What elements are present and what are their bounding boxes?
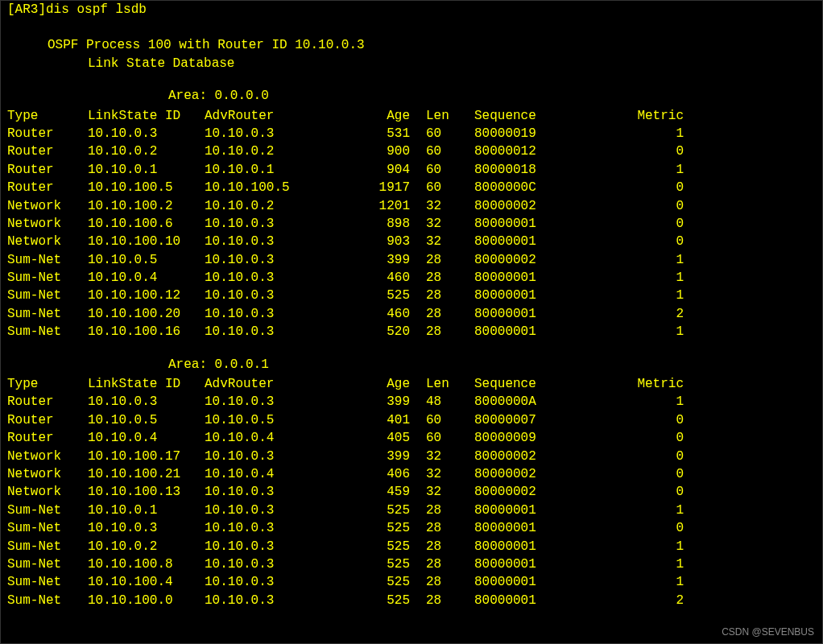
- table-header-row: TypeLinkState IDAdvRouterAgeLenSequenceM…: [7, 107, 816, 125]
- cell-lsid: 10.10.0.5: [88, 411, 205, 429]
- table-row: Sum-Net10.10.100.2010.10.0.3460288000000…: [7, 305, 816, 323]
- cell-metric: 1: [611, 555, 684, 573]
- table-row: Router10.10.0.510.10.0.540160800000070: [7, 411, 816, 429]
- table-row: Sum-Net10.10.0.310.10.0.352528800000010: [7, 519, 816, 537]
- table-header-row: TypeLinkState IDAdvRouterAgeLenSequenceM…: [7, 375, 816, 393]
- column-header-advr: AdvRouter: [205, 375, 337, 393]
- cell-type: Sum-Net: [7, 573, 88, 591]
- table-row: Network10.10.100.610.10.0.38983280000001…: [7, 215, 816, 233]
- cell-metric: 1: [611, 573, 684, 591]
- cell-type: Router: [7, 142, 88, 160]
- cell-metric: 0: [611, 411, 684, 429]
- cell-metric: 1: [611, 251, 684, 269]
- cell-seq: 80000002: [474, 197, 611, 215]
- cell-type: Router: [7, 125, 88, 142]
- column-header-type: Type: [7, 107, 88, 125]
- table-row: Network10.10.100.1310.10.0.3459328000000…: [7, 483, 816, 501]
- cell-age: 401: [337, 411, 426, 429]
- cell-len: 28: [426, 287, 474, 304]
- cell-type: Router: [7, 179, 88, 196]
- cell-lsid: 10.10.100.16: [88, 323, 205, 341]
- cell-advr: 10.10.0.4: [205, 465, 337, 483]
- cell-lsid: 10.10.100.20: [88, 305, 205, 323]
- cell-len: 60: [426, 179, 474, 196]
- cell-metric: 0: [611, 448, 684, 465]
- cell-seq: 80000001: [474, 538, 611, 555]
- table-row: Router10.10.0.410.10.0.440560800000090: [7, 429, 816, 447]
- cell-metric: 0: [611, 465, 684, 483]
- cell-age: 399: [337, 393, 426, 411]
- cell-metric: 0: [611, 197, 684, 215]
- cell-advr: 10.10.0.3: [205, 251, 337, 269]
- cell-age: 525: [337, 592, 426, 609]
- cell-advr: 10.10.0.3: [205, 125, 337, 142]
- cell-advr: 10.10.0.1: [205, 161, 337, 179]
- cell-seq: 80000001: [474, 305, 611, 323]
- cell-len: 60: [426, 411, 474, 429]
- cell-metric: 1: [611, 125, 684, 142]
- column-header-advr: AdvRouter: [205, 107, 337, 125]
- cell-metric: 0: [611, 429, 684, 447]
- cell-lsid: 10.10.100.2: [88, 197, 205, 215]
- cell-advr: 10.10.0.3: [205, 502, 337, 519]
- cell-age: 525: [337, 573, 426, 591]
- cell-seq: 80000001: [474, 555, 611, 573]
- watermark: CSDN @SEVENBUS: [722, 625, 814, 639]
- cell-age: 399: [337, 251, 426, 269]
- cell-seq: 80000018: [474, 161, 611, 179]
- cell-type: Sum-Net: [7, 519, 88, 537]
- cell-lsid: 10.10.100.6: [88, 215, 205, 233]
- cell-advr: 10.10.0.3: [205, 215, 337, 233]
- cell-lsid: 10.10.100.5: [88, 179, 205, 196]
- column-header-seq: Sequence: [474, 107, 611, 125]
- cell-len: 60: [426, 125, 474, 142]
- cell-type: Sum-Net: [7, 538, 88, 555]
- cell-len: 28: [426, 573, 474, 591]
- cell-advr: 10.10.0.2: [205, 197, 337, 215]
- cell-type: Sum-Net: [7, 502, 88, 519]
- cell-seq: 8000000A: [474, 393, 611, 411]
- cell-advr: 10.10.0.3: [205, 305, 337, 323]
- cell-age: 399: [337, 448, 426, 465]
- cell-age: 525: [337, 519, 426, 537]
- cell-age: 904: [337, 161, 426, 179]
- prompt: [AR3]: [7, 1, 46, 19]
- table-row: Router10.10.0.310.10.0.353160800000191: [7, 125, 816, 142]
- cell-lsid: 10.10.0.3: [88, 393, 205, 411]
- cell-len: 28: [426, 538, 474, 555]
- cell-len: 28: [426, 592, 474, 609]
- cell-metric: 2: [611, 592, 684, 609]
- cell-type: Router: [7, 429, 88, 447]
- cell-advr: 10.10.0.3: [205, 592, 337, 609]
- table-row: Sum-Net10.10.0.510.10.0.339928800000021: [7, 251, 816, 269]
- cell-type: Network: [7, 483, 88, 501]
- table-row: Router10.10.0.310.10.0.3399488000000A1: [7, 393, 816, 411]
- command-line[interactable]: [AR3] dis ospf lsdb: [7, 1, 816, 19]
- cell-len: 32: [426, 215, 474, 233]
- cell-len: 60: [426, 429, 474, 447]
- cell-type: Network: [7, 197, 88, 215]
- lsdb-table: TypeLinkState IDAdvRouterAgeLenSequenceM…: [7, 107, 816, 341]
- cell-advr: 10.10.0.3: [205, 393, 337, 411]
- cell-advr: 10.10.0.3: [205, 269, 337, 287]
- cell-lsid: 10.10.0.3: [88, 125, 205, 142]
- cell-metric: 1: [611, 323, 684, 341]
- cell-age: 525: [337, 502, 426, 519]
- table-row: Router10.10.100.510.10.100.5191760800000…: [7, 179, 816, 196]
- cell-len: 48: [426, 393, 474, 411]
- cell-len: 28: [426, 519, 474, 537]
- cell-age: 460: [337, 305, 426, 323]
- cell-age: 898: [337, 215, 426, 233]
- cell-age: 531: [337, 125, 426, 142]
- cell-seq: 80000009: [474, 429, 611, 447]
- cell-lsid: 10.10.100.21: [88, 465, 205, 483]
- cell-metric: 2: [611, 305, 684, 323]
- cell-age: 525: [337, 555, 426, 573]
- cell-seq: 80000001: [474, 215, 611, 233]
- table-row: Sum-Net10.10.0.110.10.0.352528800000011: [7, 502, 816, 519]
- cell-seq: 80000001: [474, 592, 611, 609]
- cell-seq: 80000001: [474, 573, 611, 591]
- column-header-metric: Metric: [611, 107, 684, 125]
- cell-age: 525: [337, 287, 426, 304]
- cell-seq: 80000002: [474, 251, 611, 269]
